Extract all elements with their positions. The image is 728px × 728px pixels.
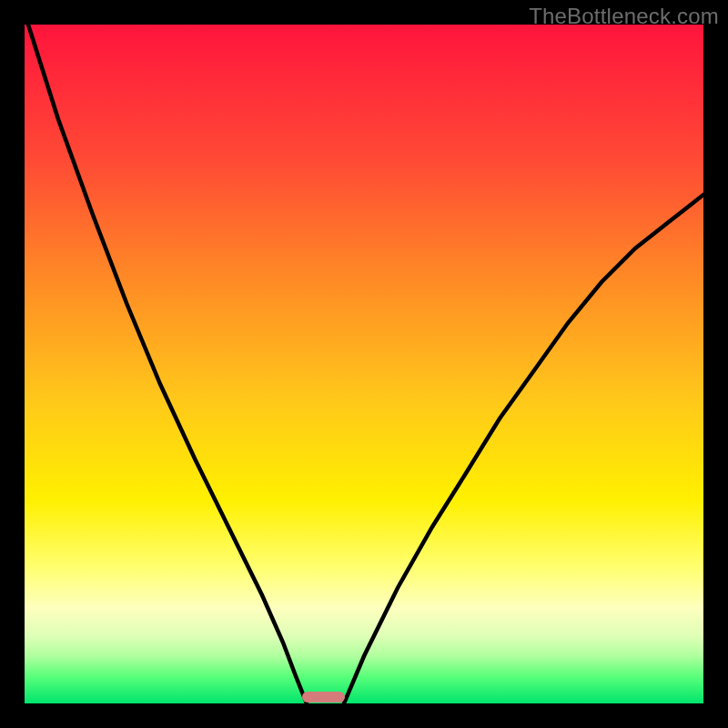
bottleneck-marker <box>302 692 345 703</box>
curve-layer <box>25 25 703 703</box>
chart-stage: TheBottleneck.com <box>0 0 728 728</box>
watermark-text: TheBottleneck.com <box>529 4 719 29</box>
plot-area <box>25 25 703 703</box>
left-curve <box>28 25 307 703</box>
right-curve <box>344 195 703 703</box>
